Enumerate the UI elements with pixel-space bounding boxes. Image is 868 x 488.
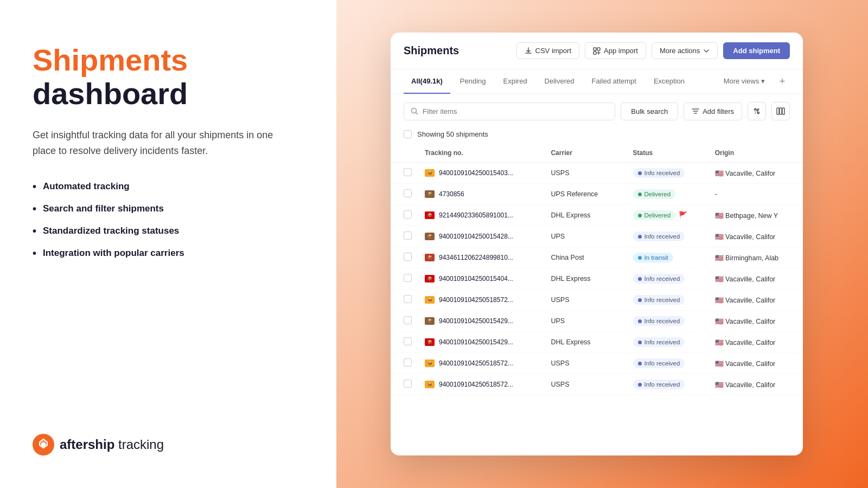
row-checkbox[interactable] — [404, 295, 412, 303]
row-origin-cell: 🇺🇸 Vacaville, Califor — [709, 163, 803, 184]
left-panel: Shipments dashboard Get insightful track… — [0, 0, 336, 488]
search-input[interactable] — [423, 107, 608, 115]
row-status-cell: Delivered 🚩 — [627, 205, 709, 226]
row-origin-cell: 🇺🇸 Birmingham, Alab — [709, 247, 803, 268]
tab-exception[interactable]: Exception — [646, 69, 692, 94]
tracking-wrap: 📦 9400109104250518572... — [425, 381, 538, 388]
carrier-icon-sm: 📦 — [425, 190, 435, 198]
row-status-cell: Info received — [627, 374, 709, 395]
status-badge: Info received — [633, 232, 685, 241]
row-carrier-cell: USPS — [544, 290, 626, 311]
row-status-cell: In transit — [627, 247, 709, 268]
svg-point-1 — [41, 442, 46, 447]
sort-button[interactable] — [748, 102, 766, 120]
row-status-cell: Info received — [627, 353, 709, 374]
svg-rect-6 — [777, 108, 779, 114]
bulk-search-button[interactable]: Bulk search — [621, 102, 678, 120]
tracking-number: 9400109104250518572... — [439, 381, 513, 388]
add-shipment-button[interactable]: Add shipment — [723, 42, 790, 59]
column-settings-button[interactable] — [771, 102, 790, 120]
carrier-name: USPS — [551, 381, 569, 388]
tracking-number: 9400109104250518572... — [439, 359, 513, 367]
table-row: 📦 9400109104250518572... USPS Info recei… — [391, 290, 803, 311]
app-import-button[interactable]: App import — [585, 42, 646, 59]
origin-text: 🇺🇸 Vacaville, Califor — [715, 339, 776, 346]
row-tracking-cell: 📦 9434611206224899810... — [418, 247, 544, 268]
tabs-bar: All(49.1k) Pending Expired Delivered Fai… — [391, 69, 803, 94]
logo-area: aftership tracking — [33, 434, 304, 455]
status-dot — [638, 171, 642, 175]
tab-more-views-label[interactable]: More views ▾ — [716, 69, 773, 94]
origin-text: 🇺🇸 Vacaville, Califor — [715, 318, 776, 325]
status-dot — [638, 277, 642, 281]
row-checkbox[interactable] — [404, 380, 412, 388]
select-all-checkbox[interactable] — [404, 130, 412, 138]
tracking-wrap: 📦 9400109104250518572... — [425, 296, 538, 304]
origin-text: 🇺🇸 Vacaville, Califor — [715, 360, 776, 368]
tracking-wrap: 📦 4730856 — [425, 190, 538, 198]
carrier-icon-sm: 📦 — [425, 381, 435, 388]
row-checkbox[interactable] — [404, 232, 412, 240]
row-checkbox[interactable] — [404, 189, 412, 197]
row-checkbox[interactable] — [404, 358, 412, 367]
svg-rect-8 — [782, 108, 784, 114]
showing-label: Showing 50 shipments — [417, 130, 488, 138]
row-tracking-cell: 📦 9400109104250518572... — [418, 290, 544, 311]
tab-all[interactable]: All(49.1k) — [404, 69, 450, 94]
carrier-name: DHL Express — [551, 275, 590, 282]
tracking-wrap: 📦 9434611206224899810... — [425, 254, 538, 261]
row-tracking-cell: 📦 9400109104250518572... — [418, 374, 544, 395]
tab-delivered[interactable]: Delivered — [537, 69, 582, 94]
status-dot — [638, 298, 642, 302]
row-carrier-cell: DHL Express — [544, 332, 626, 353]
row-checkbox-cell — [391, 247, 418, 268]
status-dot — [638, 214, 642, 217]
carrier-name: USPS — [551, 296, 569, 304]
row-tracking-cell: 📦 9400109104250015429... — [418, 311, 544, 332]
status-text: In transit — [644, 254, 668, 261]
search-box[interactable] — [404, 102, 615, 120]
columns-icon — [776, 107, 785, 115]
tracking-wrap: 📦 9400109104250015404... — [425, 275, 538, 282]
status-text: Info received — [644, 275, 680, 282]
row-checkbox[interactable] — [404, 337, 412, 345]
table-row: 📦 9434611206224899810... China Post In t… — [391, 247, 803, 268]
tab-expired[interactable]: Expired — [496, 69, 535, 94]
feature-item: Standardized tracking statuses — [33, 225, 304, 237]
more-actions-button[interactable]: More actions — [652, 42, 718, 59]
row-checkbox[interactable] — [404, 168, 412, 176]
tracking-number: 9434611206224899810... — [439, 254, 513, 261]
carrier-name: UPS — [551, 317, 565, 325]
showing-row: Showing 50 shipments — [391, 128, 803, 144]
status-badge: Info received — [633, 295, 685, 305]
row-tracking-cell: 📦 9400109104250015429... — [418, 332, 544, 353]
filter-icon — [692, 107, 699, 115]
row-checkbox-cell — [391, 290, 418, 311]
row-checkbox-cell — [391, 184, 418, 205]
add-filters-button[interactable]: Add filters — [684, 102, 742, 120]
aftership-logo-icon — [33, 434, 54, 455]
row-checkbox-cell — [391, 311, 418, 332]
toolbar: Bulk search Add filters — [391, 94, 803, 128]
tab-add-button[interactable]: + — [775, 74, 790, 89]
status-badge: Info received — [633, 380, 685, 389]
row-checkbox[interactable] — [404, 274, 412, 282]
tab-more-views[interactable]: More views ▾ — [716, 69, 773, 94]
csv-import-button[interactable]: CSV import — [516, 42, 579, 59]
row-origin-cell: 🇺🇸 Vacaville, Califor — [709, 290, 803, 311]
tab-failed-attempt[interactable]: Failed attempt — [584, 69, 644, 94]
svg-rect-3 — [597, 48, 600, 50]
tracking-wrap: 📦 9214490233605891001... — [425, 211, 538, 219]
row-checkbox[interactable] — [404, 253, 412, 261]
row-checkbox[interactable] — [404, 316, 412, 324]
origin-text: 🇺🇸 Bethpage, New Y — [715, 212, 778, 220]
row-origin-cell: 🇺🇸 Bethpage, New Y — [709, 205, 803, 226]
dashboard-header: Shipments CSV import App import More act… — [391, 33, 803, 69]
logo-text: aftership tracking — [60, 437, 164, 452]
chevron-down-icon — [703, 48, 710, 54]
row-checkbox-cell — [391, 353, 418, 374]
flag-button[interactable]: 🚩 — [679, 211, 687, 219]
col-checkbox — [391, 144, 418, 163]
tab-pending[interactable]: Pending — [452, 69, 494, 94]
row-checkbox[interactable] — [404, 210, 412, 219]
